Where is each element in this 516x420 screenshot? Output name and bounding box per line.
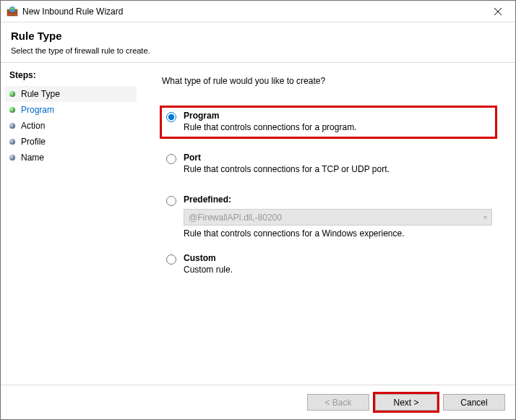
step-bullet-icon — [9, 139, 15, 145]
radio-custom[interactable] — [166, 254, 176, 265]
option-port[interactable]: Port Rule that controls connections for … — [162, 150, 495, 179]
wizard-body: Steps: Rule Type Program Action Profile … — [1, 63, 515, 385]
radio-port[interactable] — [166, 154, 176, 164]
predefined-select: @FirewallAPI.dll,-80200 ▾ — [184, 209, 492, 226]
option-custom-desc: Custom rule. — [184, 265, 492, 275]
steps-panel: Steps: Rule Type Program Action Profile … — [1, 63, 142, 385]
step-profile[interactable]: Profile — [5, 134, 137, 150]
option-predefined[interactable]: Predefined: @FirewallAPI.dll,-80200 ▾ Ru… — [162, 192, 495, 243]
window-title: New Inbound Rule Wizard — [22, 7, 481, 17]
step-rule-type[interactable]: Rule Type — [5, 86, 137, 102]
option-program-desc: Rule that controls connections for a pro… — [184, 122, 492, 132]
step-label: Name — [21, 153, 44, 163]
option-program-title: Program — [184, 111, 492, 121]
step-bullet-icon — [9, 123, 15, 129]
option-predefined-title: Predefined: — [184, 194, 492, 205]
step-bullet-icon — [9, 155, 15, 160]
option-port-desc: Rule that controls connections for a TCP… — [184, 164, 492, 174]
wizard-header: Rule Type Select the type of firewall ru… — [1, 22, 515, 63]
back-button: < Back — [307, 394, 369, 411]
option-custom[interactable]: Custom Custom rule. — [162, 250, 495, 279]
firewall-app-icon — [7, 6, 18, 17]
option-program[interactable]: Program Rule that controls connections f… — [162, 108, 495, 137]
wizard-footer: < Back Next > Cancel — [1, 385, 515, 419]
option-custom-title: Custom — [184, 253, 492, 263]
cancel-button[interactable]: Cancel — [443, 394, 505, 411]
main-panel: What type of rule would you like to crea… — [142, 63, 515, 385]
option-predefined-desc: Rule that controls connections for a Win… — [184, 228, 492, 239]
option-port-title: Port — [184, 153, 492, 163]
step-label: Action — [21, 121, 45, 131]
step-label: Program — [21, 105, 54, 115]
radio-predefined[interactable] — [166, 196, 176, 206]
step-label: Rule Type — [21, 89, 60, 99]
next-button[interactable]: Next > — [375, 394, 437, 411]
close-button[interactable] — [481, 1, 514, 22]
predefined-select-value: @FirewallAPI.dll,-80200 — [189, 213, 282, 223]
step-label: Profile — [21, 137, 46, 147]
page-description: Select the type of firewall rule to crea… — [11, 46, 505, 55]
chevron-down-icon: ▾ — [483, 213, 487, 221]
step-action[interactable]: Action — [5, 118, 137, 134]
step-bullet-icon — [9, 91, 15, 97]
page-title: Rule Type — [11, 30, 505, 42]
titlebar: New Inbound Rule Wizard — [1, 1, 515, 22]
rule-type-prompt: What type of rule would you like to crea… — [162, 76, 495, 86]
radio-program[interactable] — [166, 112, 176, 122]
steps-heading: Steps: — [9, 70, 137, 80]
step-program[interactable]: Program — [5, 102, 137, 118]
step-bullet-icon — [9, 107, 15, 113]
step-name[interactable]: Name — [5, 150, 137, 166]
